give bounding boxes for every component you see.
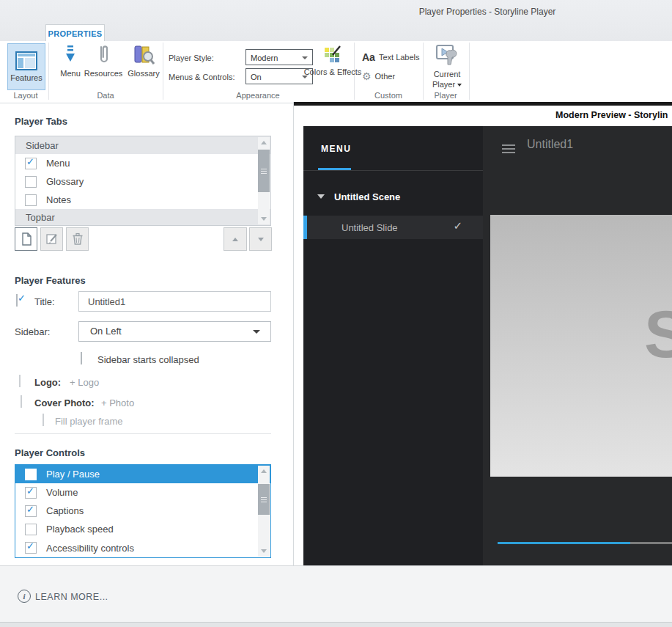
preview-scene-row: Untitled Scene	[303, 183, 483, 210]
list-item-volume[interactable]: ✓ Volume	[15, 483, 270, 502]
list-item-glossary[interactable]: ✓ Glossary	[15, 172, 270, 191]
checkbox[interactable]: ✓	[25, 176, 37, 188]
logo-checkbox[interactable]: ✓	[19, 375, 21, 387]
tab-properties[interactable]: PROPERTIES	[45, 24, 105, 43]
sidebar-label: Sidebar:	[15, 326, 50, 337]
scroll-down-icon[interactable]	[258, 213, 270, 224]
preview-menu-heading: MENU	[321, 144, 351, 154]
checkbox[interactable]: ✓	[25, 487, 37, 499]
cover-photo-label: Cover Photo:	[34, 397, 95, 408]
resources-button[interactable]: Resources	[81, 44, 126, 78]
scroll-down-icon[interactable]	[258, 546, 270, 557]
seekbar-progress	[498, 542, 630, 544]
player-style-label: Player Style:	[169, 54, 214, 62]
list-item-accessibility[interactable]: ✓ Accessibility controls	[15, 538, 270, 557]
checkbox[interactable]: ✓	[25, 158, 37, 169]
checkbox[interactable]: ✓	[25, 194, 37, 206]
menu-arrow-icon	[61, 44, 80, 66]
player-tabs-heading: Player Tabs	[15, 116, 67, 127]
player-controls-heading: Player Controls	[15, 447, 85, 458]
sidebar-collapsed-label: Sidebar starts collapsed	[97, 354, 199, 365]
text-labels-button[interactable]: Aa Text Labels	[362, 51, 420, 63]
preview-title: Modern Preview - Storylin	[555, 110, 668, 120]
preview-header-title: Untitled1	[527, 138, 573, 151]
menus-controls-select[interactable]: On	[245, 68, 313, 84]
player-tabs-list: Sidebar ✓ Menu ✓ Glossary ✓ Notes Topbar	[15, 136, 271, 226]
cover-photo-checkbox[interactable]: ✓	[21, 395, 22, 408]
info-icon: i	[18, 590, 31, 603]
scroll-up-icon[interactable]	[258, 137, 270, 148]
features-button[interactable]: Features	[7, 43, 45, 90]
glossary-books-icon	[133, 44, 155, 66]
gear-icon: ⚙	[362, 70, 372, 82]
group-label-player: Player	[421, 91, 470, 100]
new-tab-button[interactable]	[15, 227, 37, 251]
fill-frame-label: Fill player frame	[55, 416, 122, 427]
dialog-title: Player Properties - Storyline Player	[344, 7, 630, 17]
check-icon: ✓	[453, 219, 462, 232]
checkbox[interactable]: ✓	[25, 524, 37, 535]
checkbox[interactable]: ✓	[25, 542, 37, 554]
edit-icon	[45, 232, 59, 246]
group-label-layout: Layout	[4, 91, 48, 100]
scrollbar[interactable]	[258, 137, 270, 224]
chevron-down-icon	[253, 330, 260, 334]
sidebar-select[interactable]: On Left	[78, 321, 271, 342]
preview-top-border	[294, 102, 672, 106]
sidebar-collapsed-checkbox[interactable]: ✓	[81, 352, 82, 364]
checkbox[interactable]: ✓	[25, 469, 37, 480]
list-item-captions[interactable]: ✓ Captions	[15, 502, 270, 520]
delete-tab-button[interactable]	[66, 227, 89, 251]
chevron-down-icon	[457, 84, 462, 87]
section-divider	[15, 433, 271, 434]
scrollbar-thumb[interactable]	[258, 150, 270, 192]
move-up-button[interactable]	[224, 227, 247, 251]
preview-slide-row: Untitled Slide ✓	[303, 216, 483, 239]
menus-controls-label: Menus & Controls:	[169, 73, 235, 81]
menu-divider	[303, 170, 483, 171]
move-down-button[interactable]	[249, 227, 272, 251]
list-group-topbar[interactable]: Topbar	[15, 209, 270, 225]
title-checkbox[interactable]: ✓	[16, 294, 18, 307]
preview-window: Modern Preview - Storylin MENU Untitled …	[293, 102, 672, 565]
group-label-custom: Custom	[359, 91, 418, 100]
preview-slide-thumbnail: S	[490, 215, 672, 477]
preview-stage: Untitled1 S	[483, 126, 672, 565]
current-player-button[interactable]: Current Player	[429, 43, 465, 90]
chevron-down-icon	[302, 56, 308, 59]
add-logo-link[interactable]: + Logo	[70, 377, 99, 388]
title-label: Title:	[34, 296, 55, 307]
edit-tab-button[interactable]	[40, 227, 63, 251]
trash-icon	[72, 232, 84, 246]
title-input[interactable]	[78, 291, 271, 312]
new-page-icon	[21, 232, 32, 246]
features-layout-icon	[15, 51, 37, 70]
scrollbar-thumb[interactable]	[258, 484, 270, 515]
arrow-up-icon	[232, 238, 238, 241]
current-player-icon	[435, 43, 459, 67]
fill-frame-checkbox[interactable]: ✓	[43, 414, 44, 426]
footer: i LEARN MORE...	[0, 565, 672, 622]
list-item-playback-speed[interactable]: ✓ Playback speed	[15, 520, 270, 538]
bottom-strip	[0, 622, 672, 627]
player-style-select[interactable]: Modern	[245, 49, 313, 65]
scrollbar[interactable]	[258, 466, 270, 557]
list-group-sidebar[interactable]: Sidebar	[15, 136, 270, 154]
aa-icon: Aa	[362, 51, 375, 63]
arrow-down-icon	[258, 238, 264, 241]
learn-more-link[interactable]: LEARN MORE...	[35, 592, 108, 602]
ribbon: Features Layout Menu Resources	[0, 41, 672, 103]
other-button[interactable]: ⚙ Other	[362, 70, 395, 82]
list-item-play-pause[interactable]: ✓ Play / Pause	[15, 465, 270, 483]
logo-label: Logo:	[34, 377, 61, 388]
colors-effects-button[interactable]: Colors & Effects	[314, 44, 352, 77]
list-item-menu[interactable]: ✓ Menu	[15, 154, 270, 172]
add-photo-link[interactable]: + Photo	[101, 397, 134, 408]
glossary-button[interactable]: Glossary	[126, 44, 161, 78]
scroll-up-icon[interactable]	[258, 466, 270, 477]
ribbon-separator	[163, 43, 163, 100]
ribbon-separator	[48, 43, 49, 100]
player-controls-list: ✓ Play / Pause ✓ Volume ✓ Captions ✓ Pla…	[15, 464, 271, 558]
list-item-notes[interactable]: ✓ Notes	[15, 191, 270, 209]
checkbox[interactable]: ✓	[25, 505, 37, 517]
